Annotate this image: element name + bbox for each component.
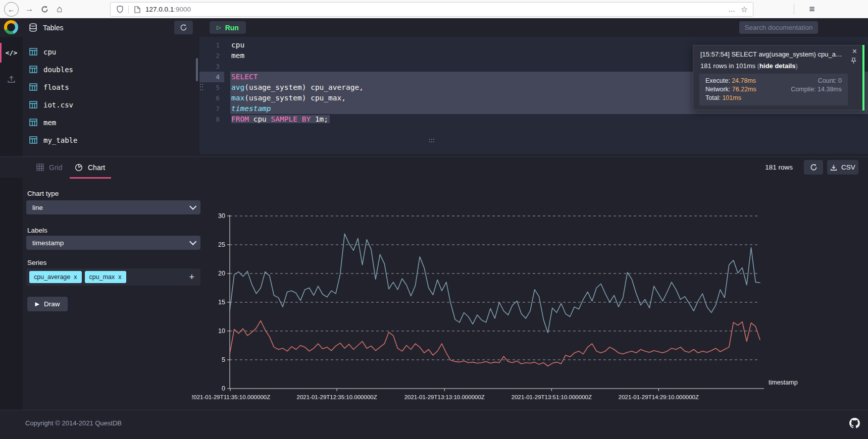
search-documentation-label: Search documentation <box>744 24 812 31</box>
sidebar-item-editor[interactable]: </> <box>0 41 23 65</box>
table-row[interactable]: floats <box>23 78 199 96</box>
notification-title: [15:57:54] SELECT avg(usage_system) cpu_… <box>700 50 845 58</box>
url-bar[interactable]: 127.0.0.1:9000 … ☆ <box>110 2 753 17</box>
line-chart: 0510152025302021-01-29T11:35:10.000000Z2… <box>192 209 818 411</box>
copyright-text: Copyright © 2014-2021 QuestDB <box>25 419 122 427</box>
svg-text:0: 0 <box>222 385 225 392</box>
tab-grid-label: Grid <box>49 163 62 172</box>
home-icon: ⌂ <box>57 4 62 15</box>
shield-icon <box>115 6 125 13</box>
svg-text:25: 25 <box>218 241 225 248</box>
svg-text:10: 10 <box>218 327 225 335</box>
github-link[interactable] <box>849 418 860 428</box>
chart-type-label: Chart type <box>27 190 59 197</box>
home-button[interactable]: ⌂ <box>52 2 67 17</box>
grid-icon <box>36 163 44 171</box>
labels-label: Labels <box>27 227 47 234</box>
search-documentation-button[interactable]: Search documentation <box>739 21 818 34</box>
draw-play-icon: ▶ <box>35 301 39 307</box>
sidebar-item-import[interactable] <box>0 67 23 91</box>
svg-text:2021-01-29T14:29:10.000000Z: 2021-01-29T14:29:10.000000Z <box>619 394 699 400</box>
remove-chip-icon[interactable]: x <box>118 273 121 281</box>
table-name: floats <box>43 83 69 91</box>
back-button[interactable]: ← <box>4 2 19 17</box>
series-label: Series <box>27 259 46 266</box>
page-actions-icon[interactable]: … <box>728 6 736 13</box>
series-chip[interactable]: cpu_averagex <box>29 271 82 283</box>
table-name: cpu <box>43 48 56 56</box>
line-number: 2 <box>199 50 224 61</box>
code-editor-icon: </> <box>6 49 17 57</box>
count-stat: Count: 0 <box>774 77 842 84</box>
reload-button[interactable] <box>37 2 52 17</box>
tab-chart-label: Chart <box>88 163 105 172</box>
close-icon[interactable]: × <box>852 47 857 56</box>
reload-icon <box>41 6 48 13</box>
database-icon <box>29 23 37 32</box>
tables-scrollbar[interactable] <box>196 58 198 81</box>
table-row[interactable]: my_table <box>23 131 199 149</box>
line-number: 8 <box>199 114 224 125</box>
remove-chip-icon[interactable]: x <box>74 273 77 281</box>
svg-text:2021-01-29T13:51:10.000000Z: 2021-01-29T13:51:10.000000Z <box>512 394 592 400</box>
menu-button[interactable]: ≡ <box>805 2 819 16</box>
left-rail: </> <box>0 37 23 410</box>
svg-text:2021-01-29T11:35:10.000000Z: 2021-01-29T11:35:10.000000Z <box>192 394 270 400</box>
table-icon <box>29 83 37 91</box>
table-row[interactable]: iot.csv <box>23 96 199 114</box>
total-stat: Total: 101ms <box>705 94 774 101</box>
table-name: doubles <box>43 66 73 74</box>
hide-details-link[interactable]: hide details <box>759 62 796 70</box>
row-count: 181 rows <box>765 157 793 178</box>
compile-stat: Compile: 14.38ms <box>774 86 842 93</box>
table-icon <box>29 66 37 73</box>
questdb-logo <box>4 20 18 34</box>
svg-text:30: 30 <box>218 212 225 220</box>
csv-label: CSV <box>841 163 855 171</box>
panel-splitter-vertical[interactable] <box>200 84 204 91</box>
pin-icon[interactable] <box>851 58 856 64</box>
bookmark-star-icon[interactable]: ☆ <box>741 5 748 14</box>
panel-splitter-horizontal[interactable] <box>429 139 436 143</box>
series-chip-label: cpu_max <box>89 273 115 281</box>
line-number: 7 <box>199 103 224 114</box>
urlbar-divider <box>128 6 129 14</box>
svg-text:timestamp: timestamp <box>769 379 798 386</box>
chart-canvas: 0510152025302021-01-29T11:35:10.000000Z2… <box>192 209 818 411</box>
tables-title: Tables <box>43 24 63 32</box>
tab-grid[interactable]: Grid <box>36 157 62 178</box>
chart-type-select[interactable]: line <box>26 200 200 214</box>
refresh-results-button[interactable] <box>804 160 823 175</box>
series-box: cpu_averagexcpu_maxx + <box>26 268 200 286</box>
draw-button[interactable]: ▶ Draw <box>27 297 68 311</box>
toolbar-divider <box>794 4 794 15</box>
back-arrow-icon: ← <box>8 5 15 14</box>
forward-button[interactable]: → <box>22 2 37 17</box>
refresh-tables-button[interactable] <box>174 21 193 34</box>
run-button[interactable]: ▷ Run <box>210 21 246 34</box>
table-row[interactable]: cpu <box>23 43 199 61</box>
line-number: 3 <box>199 61 224 72</box>
tables-panel-header: Tables <box>29 18 63 37</box>
csv-download-button[interactable]: CSV <box>827 160 858 175</box>
github-icon <box>849 418 860 428</box>
table-row[interactable]: doubles <box>23 61 199 78</box>
labels-select[interactable]: timestamp <box>26 236 200 250</box>
series-chip[interactable]: cpu_maxx <box>85 271 126 283</box>
tables-list: cpudoublesfloatsiot.csvmemmy_table <box>23 43 199 149</box>
page-icon <box>132 6 142 13</box>
line-number: 6 <box>199 93 224 103</box>
svg-text:2021-01-29T12:35:10.000000Z: 2021-01-29T12:35:10.000000Z <box>296 394 377 400</box>
svg-text:15: 15 <box>218 299 225 306</box>
browser-chrome: ← → ⌂ 127.0.0.1:9000 … ☆ ≡ <box>0 0 868 19</box>
table-name: iot.csv <box>43 101 73 109</box>
chevron-down-icon <box>189 203 196 210</box>
url-text: 127.0.0.1:9000 <box>145 6 191 13</box>
tables-panel: cpudoublesfloatsiot.csvmemmy_table <box>23 37 199 154</box>
upload-icon <box>7 75 16 83</box>
tab-chart[interactable]: Chart <box>75 157 105 178</box>
refresh-icon <box>810 163 818 171</box>
network-stat: Network: 76.22ms <box>705 86 774 93</box>
series-chip-label: cpu_average <box>34 273 70 281</box>
table-row[interactable]: mem <box>23 114 199 131</box>
